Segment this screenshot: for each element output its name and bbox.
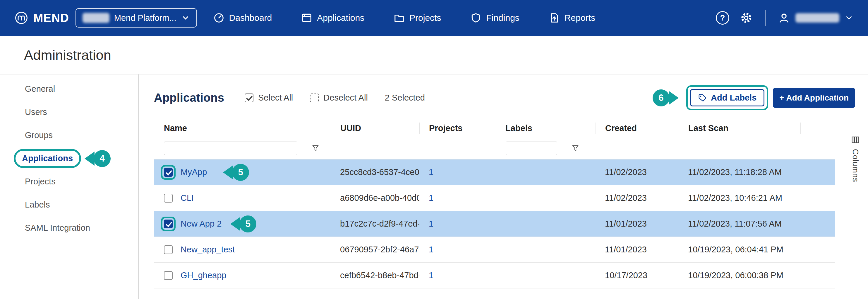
uuid-cell: a6809d6e-a00b-40d0-b [331, 193, 420, 203]
created-cell: 11/01/2023 [595, 219, 679, 229]
toolbar-actions: 6 Add Labels + Add Application [653, 85, 855, 110]
nav-items: Dashboard Applications Projects [213, 12, 595, 23]
annotation-step-4: 4 [85, 150, 111, 167]
callout-number: 6 [653, 89, 670, 106]
row-checkbox[interactable] [164, 220, 173, 228]
main-panel: Applications Select All Deselect All 2 S… [139, 75, 868, 299]
callout-arrow-icon [223, 165, 233, 180]
select-all-label: Select All [258, 93, 293, 103]
table-filter-row [154, 137, 835, 160]
select-all-button[interactable]: Select All [245, 93, 293, 103]
nav-item-label: Applications [317, 13, 364, 23]
sidebar-item-groups[interactable]: Groups [0, 124, 138, 147]
report-icon [549, 12, 560, 23]
last-scan-cell: 10/19/2023, 06:00:38 PM [679, 271, 800, 280]
content: General Users Groups Applications 4 Proj… [0, 75, 868, 299]
sidebar-item-general[interactable]: General [0, 77, 138, 101]
nav-item-label: Reports [564, 13, 595, 23]
nav-item-findings[interactable]: Findings [470, 12, 519, 23]
deselect-all-icon [310, 93, 319, 102]
name-filter-input[interactable] [164, 142, 297, 155]
add-labels-highlight: Add Labels [686, 85, 768, 110]
projects-count-link[interactable]: 1 [429, 271, 433, 280]
tag-icon [698, 93, 707, 102]
column-header-last-scan: Last Scan [679, 123, 800, 134]
callout-number: 5 [232, 164, 249, 181]
callout-arrow-icon [85, 152, 95, 166]
nav-item-label: Findings [486, 13, 519, 23]
nav-item-label: Projects [409, 13, 441, 23]
filter-funnel-icon[interactable] [311, 144, 319, 153]
uuid-cell: b17c2c7c-d2f9-47ed-90 [331, 219, 420, 229]
app-name-link[interactable]: New_app_test [181, 245, 235, 254]
nav-item-reports[interactable]: Reports [549, 12, 595, 23]
column-header-extra [800, 123, 835, 134]
row-checkbox[interactable] [164, 168, 173, 177]
app-name-link[interactable]: New App 2 [181, 219, 221, 229]
row-checkbox[interactable] [164, 194, 173, 202]
nav-item-dashboard[interactable]: Dashboard [213, 12, 272, 23]
columns-panel-label: Columns [851, 149, 860, 182]
sidebar-item-label: Users [25, 107, 47, 117]
annotation-step-6: 6 [653, 89, 679, 106]
applications-icon [301, 12, 312, 23]
nav-item-projects[interactable]: Projects [394, 12, 441, 23]
brand: MEND [14, 11, 69, 25]
annotation-step-5: 5 [230, 215, 256, 233]
app-name-link[interactable]: MyApp [181, 167, 207, 177]
top-nav: MEND Mend Platform... Dashboard [0, 0, 868, 36]
page-header: Administration [0, 36, 868, 75]
nav-divider [765, 10, 766, 26]
add-labels-button[interactable]: Add Labels [690, 89, 765, 106]
sidebar-item-users[interactable]: Users [0, 101, 138, 124]
brand-name: MEND [33, 11, 69, 25]
org-selector[interactable]: Mend Platform... [75, 8, 197, 28]
applications-table: Name UUID Projects Labels Created Last S… [154, 119, 835, 289]
redacted-user-name [796, 13, 839, 23]
projects-count-link[interactable]: 1 [429, 219, 433, 228]
projects-count-link[interactable]: 1 [429, 167, 433, 177]
column-header-projects: Projects [420, 123, 496, 134]
sidebar-item-label: SAML Integration [25, 223, 90, 233]
annotation-step-5: 5 [223, 164, 249, 181]
table-row[interactable]: New_app_test 06790957-2bf2-46a7-b 1 11/0… [154, 237, 835, 263]
deselect-all-label: Deselect All [323, 93, 368, 103]
add-labels-label: Add Labels [711, 93, 756, 103]
user-icon [778, 12, 790, 24]
app-name-link[interactable]: CLI [181, 193, 194, 203]
sidebar-item-saml-integration[interactable]: SAML Integration [0, 216, 138, 240]
chevron-down-icon [845, 13, 854, 22]
last-scan-cell: 11/02/2023, 11:07:56 AM [679, 219, 800, 229]
sidebar-item-labels[interactable]: Labels [0, 193, 138, 216]
chevron-down-icon [181, 13, 190, 22]
gear-icon[interactable] [740, 11, 753, 24]
columns-panel-toggle[interactable]: Columns [851, 135, 860, 182]
redacted-org-name [83, 13, 110, 23]
uuid-cell: 06790957-2bf2-46a7-b [331, 245, 420, 254]
sidebar-item-projects[interactable]: Projects [0, 170, 138, 193]
table-row[interactable]: GH_gheapp cefb6542-b8eb-47bd-8 1 10/17/2… [154, 263, 835, 289]
deselect-all-button[interactable]: Deselect All [310, 93, 368, 103]
created-cell: 11/02/2023 [595, 167, 679, 177]
sidebar-item-label: Groups [25, 131, 53, 140]
created-cell: 10/17/2023 [595, 271, 679, 280]
admin-sidebar: General Users Groups Applications 4 Proj… [0, 75, 139, 299]
projects-count-link[interactable]: 1 [429, 193, 433, 202]
table-row[interactable]: CLI a6809d6e-a00b-40d0-b 1 11/02/2023 11… [154, 185, 835, 211]
add-application-button[interactable]: + Add Application [773, 88, 855, 108]
nav-item-applications[interactable]: Applications [301, 12, 364, 23]
org-selector-label: Mend Platform... [114, 13, 177, 23]
filter-funnel-icon[interactable] [571, 144, 580, 153]
row-checkbox[interactable] [164, 245, 173, 254]
projects-count-link[interactable]: 1 [429, 245, 433, 254]
table-row[interactable]: MyApp 5 25cc8cd3-6537-4ce0-af 1 11/02/20… [154, 160, 835, 185]
labels-filter-input[interactable] [506, 142, 557, 155]
applications-toolbar: Applications Select All Deselect All 2 S… [154, 85, 855, 110]
row-checkbox[interactable] [164, 271, 173, 280]
sidebar-item-applications-active[interactable]: Applications [14, 149, 81, 168]
app-name-link[interactable]: GH_gheapp [181, 271, 226, 280]
user-menu[interactable] [778, 12, 854, 24]
help-icon[interactable]: ? [716, 11, 729, 25]
table-row[interactable]: New App 2 5 b17c2c7c-d2f9-47ed-90 1 11/0… [154, 211, 835, 237]
folder-icon [394, 12, 405, 23]
